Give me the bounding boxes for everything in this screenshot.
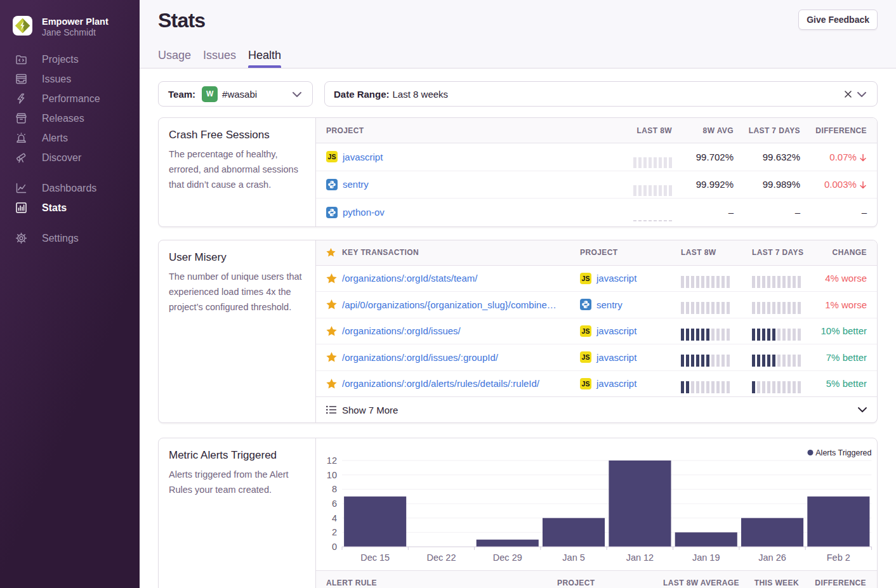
svg-text:12: 12 xyxy=(327,455,337,466)
svg-text:Dec 29: Dec 29 xyxy=(493,552,522,563)
svg-text:Feb 2: Feb 2 xyxy=(827,552,850,563)
svg-text:Jan 26: Jan 26 xyxy=(758,552,786,563)
svg-text:Alerts Triggered: Alerts Triggered xyxy=(815,448,871,457)
svg-text:8: 8 xyxy=(332,484,337,494)
svg-text:Jan 19: Jan 19 xyxy=(692,552,720,563)
svg-text:6: 6 xyxy=(332,499,337,509)
svg-text:Jan 12: Jan 12 xyxy=(626,552,654,563)
svg-text:4: 4 xyxy=(332,513,337,523)
svg-text:10: 10 xyxy=(327,470,337,480)
svg-text:2: 2 xyxy=(332,527,337,537)
svg-text:Jan 5: Jan 5 xyxy=(562,552,584,563)
svg-text:0: 0 xyxy=(332,542,337,552)
svg-text:Dec 22: Dec 22 xyxy=(427,552,456,563)
svg-text:Dec 15: Dec 15 xyxy=(360,552,390,563)
